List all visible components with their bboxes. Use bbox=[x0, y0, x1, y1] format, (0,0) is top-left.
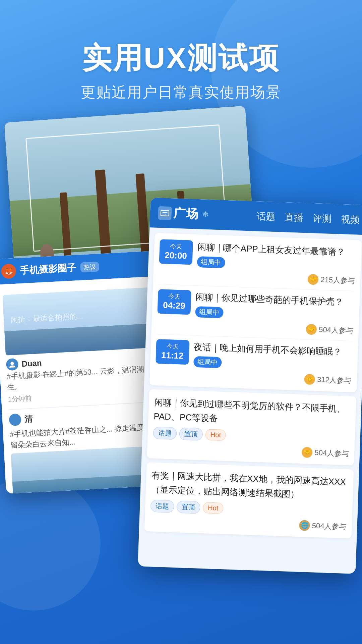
forum-logo-icon bbox=[158, 206, 172, 220]
status-badge-1: 组局中 bbox=[197, 256, 225, 268]
forum-nav-live[interactable]: 直播 bbox=[285, 211, 304, 224]
time-value-2: 04:29 bbox=[163, 300, 186, 311]
large-topic-card-1: 闲聊｜你见到过哪些不明觉厉的软件？不限手机、PAD、PC等设备 话题 置顶 Ho… bbox=[147, 389, 356, 466]
time-badge-3: 今天 11:12 bbox=[156, 339, 189, 365]
time-label-3: 今天 bbox=[162, 342, 184, 351]
participant-icon-1: 🤝 bbox=[308, 274, 319, 285]
time-badge-1: 今天 20:00 bbox=[159, 239, 193, 265]
participant-text-2: 504人参与 bbox=[319, 325, 354, 336]
status-badge-3: 组局中 bbox=[193, 356, 222, 368]
time-label-2: 今天 bbox=[163, 292, 186, 301]
participant-text-3: 312人参与 bbox=[317, 375, 352, 386]
forum-body: 今天 20:00 闲聊｜哪个APP上租女友过年最靠谱？ 组局中 🤝 215人参与 bbox=[139, 227, 362, 544]
large-topic-title-1: 闲聊｜你见到过哪些不明觉厉的软件？不限手机、PAD、PC等设备 bbox=[154, 395, 351, 430]
topic-title-2: 闲聊｜你见过哪些奇葩的手机保护壳？ bbox=[195, 290, 355, 309]
topic-row-1: 今天 20:00 闲聊｜哪个APP上租女友过年最靠谱？ 组局中 🤝 215人参与 bbox=[158, 239, 356, 291]
large-topic-card-2: 有奖｜网速大比拼，我在XX地，我的网速高达XXX（显示定位，贴出网络测速结果截图… bbox=[144, 462, 354, 539]
post-image: 闲扯：最适合拍照的... bbox=[3, 287, 153, 356]
forum-nav-topic[interactable]: 话题 bbox=[256, 210, 276, 223]
status-badge-2: 组局中 bbox=[195, 306, 224, 318]
second-post-username: 清 bbox=[24, 414, 33, 425]
topic-title-1: 闲聊｜哪个APP上租女友过年最靠谱？ bbox=[197, 240, 356, 259]
svg-rect-1 bbox=[161, 210, 169, 216]
hot-badge: 热议 bbox=[80, 262, 99, 273]
participant-text-1: 215人参与 bbox=[320, 275, 355, 286]
topic-row-3: 今天 11:12 夜话｜晚上如何用手机不会影响睡眠？ 组局中 🤝 312人参与 bbox=[155, 339, 353, 386]
participant-text-lt-1: 504人参与 bbox=[314, 448, 349, 459]
cards-container: 🦊 手机摄影圈子 热议 闲扯：最适合拍照的... Duan #手机摄影·在路上#… bbox=[0, 114, 362, 644]
main-title: 实用UX测试项 bbox=[0, 40, 362, 76]
forum-logo-text: 广场 bbox=[173, 205, 199, 222]
participant-icon-2: 🤝 bbox=[306, 324, 317, 335]
topic-content-1: 闲聊｜哪个APP上租女友过年最靠谱？ 组局中 🤝 215人参与 bbox=[196, 240, 356, 286]
forum-logo: 广场 ❄ bbox=[158, 205, 209, 223]
topic-content-2: 闲聊｜你见过哪些奇葩的手机保护壳？ 组局中 🤝 504人参与 bbox=[194, 290, 354, 336]
sub-title: 更贴近用户日常真实使用场景 bbox=[0, 83, 362, 102]
participant-icon-lt-1: 🤝 bbox=[302, 447, 313, 458]
social-avatar: 🦊 bbox=[1, 264, 16, 279]
tag-pin-1[interactable]: 置顶 bbox=[179, 428, 203, 441]
topic-footer-3: 🤝 312人参与 bbox=[193, 370, 352, 386]
post-username: Duan bbox=[21, 358, 42, 369]
tag-topic-1[interactable]: 话题 bbox=[153, 427, 177, 440]
forum-nav: 话题 直播 评测 视频 bbox=[256, 210, 360, 226]
topic-title-3: 夜话｜晚上如何用手机不会影响睡眠？ bbox=[194, 340, 353, 359]
tag-hot-1[interactable]: Hot bbox=[205, 429, 226, 441]
time-value-3: 11:12 bbox=[161, 350, 184, 361]
second-post-image bbox=[11, 446, 161, 494]
social-post-1: 闲扯：最适合拍照的... Duan #手机摄影·在路上#的第53... 云影，温… bbox=[2, 282, 156, 410]
participant-icon-3: 🤝 bbox=[304, 374, 315, 385]
second-post-avatar bbox=[9, 413, 21, 426]
topic-footer-2: 🤝 504人参与 bbox=[194, 320, 353, 336]
second-post-text: #手机也能拍大片#苍茫香山之... 掠走温度余留朵朵白云来自知... bbox=[10, 421, 158, 451]
time-badge-2: 今天 04:29 bbox=[157, 289, 191, 315]
grouped-topic-card: 今天 20:00 闲聊｜哪个APP上租女友过年最靠谱？ 组局中 🤝 215人参与 bbox=[149, 233, 362, 392]
post-user-avatar bbox=[6, 358, 19, 371]
topic-row-2: 今天 04:29 闲聊｜你见过哪些奇葩的手机保护壳？ 组局中 🤝 504人参与 bbox=[157, 289, 354, 341]
topic-footer-1: 🤝 215人参与 bbox=[196, 270, 355, 286]
header-section: 实用UX测试项 更贴近用户日常真实使用场景 bbox=[0, 0, 362, 122]
social-card-title: 手机摄影圈子 bbox=[20, 261, 77, 277]
tag-hot-2[interactable]: Hot bbox=[203, 502, 224, 514]
time-label-1: 今天 bbox=[165, 243, 187, 251]
participant-icon-lt-2: 🌐 bbox=[299, 520, 310, 531]
topic-content-3: 夜话｜晚上如何用手机不会影响睡眠？ 组局中 🤝 312人参与 bbox=[193, 340, 353, 386]
tag-pin-2[interactable]: 置顶 bbox=[177, 501, 200, 514]
snowflake-icon: ❄ bbox=[202, 210, 209, 219]
svg-point-0 bbox=[10, 362, 14, 365]
large-topic-title-2: 有奖｜网速大比拼，我在XX地，我的网速高达XXX（显示定位，贴出网络测速结果截图… bbox=[151, 469, 348, 503]
tag-topic-2[interactable]: 话题 bbox=[150, 500, 174, 513]
forum-nav-review[interactable]: 评测 bbox=[313, 212, 332, 225]
participant-text-lt-2: 504人参与 bbox=[312, 521, 347, 532]
social-post-2: 清 #手机也能拍大片#苍茫香山之... 掠走温度余留朵朵白云来自知... bbox=[9, 402, 161, 494]
forum-nav-video[interactable]: 视频 bbox=[341, 213, 360, 226]
forum-card: 广场 ❄ 话题 直播 评测 视频 今天 20:00 bbox=[138, 198, 362, 574]
time-value-1: 20:00 bbox=[165, 250, 187, 261]
